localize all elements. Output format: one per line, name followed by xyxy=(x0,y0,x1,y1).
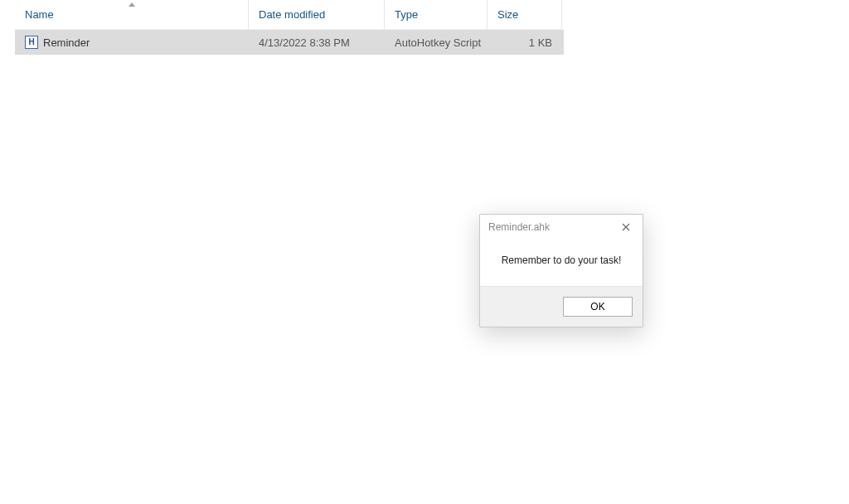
column-header-size[interactable]: Size xyxy=(488,0,562,29)
file-row[interactable]: H Reminder 4/13/2022 8:38 PM AutoHotkey … xyxy=(15,30,564,55)
file-size-cell: 1 KB xyxy=(488,36,562,49)
file-name: Reminder xyxy=(43,36,90,49)
file-name-cell: H Reminder xyxy=(15,36,249,49)
dialog-title: Reminder.ahk xyxy=(488,221,550,233)
dialog-body: Remember to do your task! xyxy=(480,240,643,286)
column-header-label: Date modified xyxy=(259,8,325,21)
dialog-message: Remember to do your task! xyxy=(502,254,622,266)
ok-button[interactable]: OK xyxy=(563,297,633,317)
column-header-label: Name xyxy=(25,8,54,21)
file-type-cell: AutoHotkey Script xyxy=(385,36,488,49)
dialog-footer: OK xyxy=(480,286,643,327)
column-header-label: Type xyxy=(395,8,418,21)
column-header-type[interactable]: Type xyxy=(385,0,488,29)
dialog-titlebar[interactable]: Reminder.ahk xyxy=(480,215,643,240)
column-headers: Name Date modified Type Size xyxy=(15,0,564,30)
column-header-date[interactable]: Date modified xyxy=(249,0,385,29)
message-dialog: Reminder.ahk Remember to do your task! O… xyxy=(479,214,643,327)
ahk-file-icon: H xyxy=(25,36,38,49)
column-header-label: Size xyxy=(497,8,518,21)
close-icon[interactable] xyxy=(614,218,638,236)
column-header-name[interactable]: Name xyxy=(15,0,249,29)
sort-asc-icon xyxy=(129,2,135,7)
file-date-cell: 4/13/2022 8:38 PM xyxy=(249,36,385,49)
file-list: Name Date modified Type Size H Reminder … xyxy=(15,0,564,55)
